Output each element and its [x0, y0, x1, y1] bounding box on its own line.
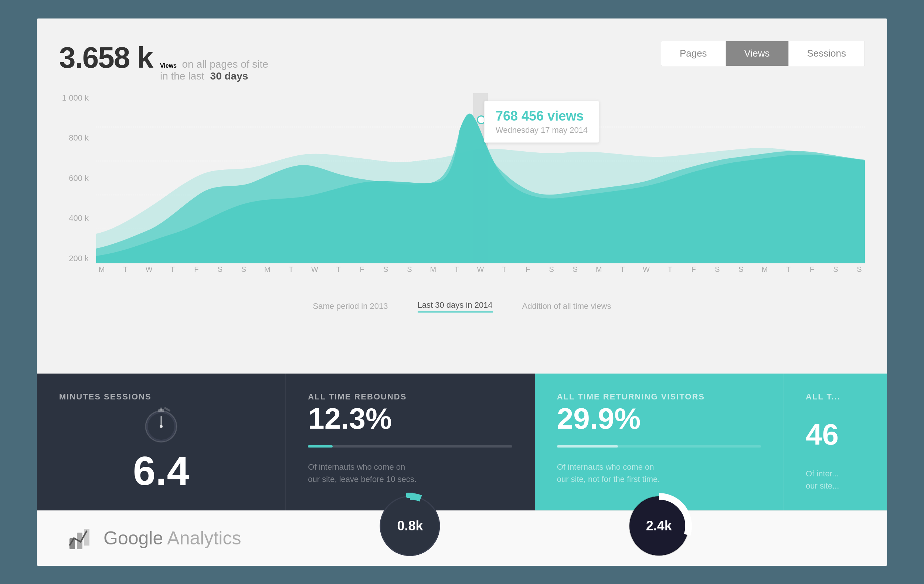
stat-minutes-label: MINUTES SESSIONS: [59, 392, 263, 402]
chart-area: 768 456 views Wednesday 17 may 2014: [96, 93, 865, 263]
x-label: W: [144, 265, 155, 274]
stat-returning-donut: 2.4k: [622, 489, 696, 563]
stopwatch-icon: [143, 402, 180, 443]
x-label: W: [309, 265, 320, 274]
chart-tooltip: 768 456 views Wednesday 17 may 2014: [484, 101, 599, 143]
x-label: M: [96, 265, 107, 274]
legend-alltime[interactable]: Addition of all time views: [522, 301, 611, 311]
x-label: T: [498, 265, 510, 274]
main-number: 3.658 k: [59, 41, 153, 75]
x-label: S: [214, 265, 226, 274]
stat-returning-label: ALL TIME RETURNING VISITORS: [557, 392, 761, 402]
x-label: W: [640, 265, 652, 274]
y-label-600k: 600 k: [59, 174, 89, 183]
chart-section: 3.658 k Views on all pages of site in th…: [37, 18, 887, 374]
stat-rebounds: ALL TIME REBOUNDS 12.3% Of internauts wh…: [286, 374, 535, 510]
y-axis: 200 k 400 k 600 k 800 k 1 000 k: [59, 93, 89, 263]
x-label: F: [807, 265, 818, 274]
stat-returning-donut-value: 2.4k: [646, 518, 672, 534]
stat-rebounds-donut-value: 0.8k: [397, 518, 423, 534]
views-period: in the last 30 days: [160, 70, 268, 82]
x-label: M: [262, 265, 273, 274]
stat-rebounds-percent: 12.3%: [308, 402, 512, 436]
ga-logo-text: Google Analytics: [104, 528, 241, 549]
stat-minutes-value: 6.4: [133, 450, 190, 491]
x-label: W: [475, 265, 486, 274]
y-label-200k: 200 k: [59, 254, 89, 263]
chart-svg: [96, 93, 865, 263]
stat-rebounds-donut: 0.8k: [373, 489, 447, 563]
chart-legend: Same period in 2013 Last 30 days in 2014…: [59, 293, 865, 324]
stat-truncated-value: 46: [806, 418, 865, 452]
tab-views[interactable]: Views: [726, 41, 789, 66]
stat-rebounds-label: ALL TIME REBOUNDS: [308, 392, 512, 402]
tooltip-date: Wednesday 17 may 2014: [496, 126, 587, 135]
ga-logo-icon: [66, 525, 92, 551]
chart-header: 3.658 k Views on all pages of site in th…: [59, 41, 865, 82]
x-label: S: [854, 265, 865, 274]
stat-minutes: MINUTES SESSIONS 6.4: [37, 374, 286, 510]
stat-returning: ALL TIME RETURNING VISITORS 29.9% Of int…: [535, 374, 784, 510]
stat-truncated-label: ALL T...: [806, 392, 865, 402]
x-label: S: [404, 265, 415, 274]
svg-rect-9: [406, 493, 414, 498]
x-label: T: [167, 265, 178, 274]
x-label: F: [191, 265, 202, 274]
x-label: F: [356, 265, 368, 274]
x-label: T: [333, 265, 344, 274]
footer: Google Analytics: [37, 510, 887, 566]
main-stat: 3.658 k Views on all pages of site in th…: [59, 41, 268, 82]
stat-returning-sub: Of internauts who come on our site, not …: [557, 461, 668, 485]
x-label: T: [286, 265, 297, 274]
tooltip-value: 768 456 views: [496, 108, 587, 124]
y-label-1000k: 1 000 k: [59, 93, 89, 103]
main-description: Views on all pages of site in the last 3…: [160, 58, 268, 82]
tab-sessions[interactable]: Sessions: [789, 41, 865, 66]
x-label: S: [736, 265, 747, 274]
x-label: S: [546, 265, 557, 274]
x-label: T: [451, 265, 462, 274]
x-label: T: [120, 265, 131, 274]
y-label-400k: 400 k: [59, 213, 89, 223]
x-label: S: [380, 265, 391, 274]
x-label: S: [830, 265, 841, 274]
x-label: T: [783, 265, 794, 274]
svg-rect-3: [160, 408, 162, 410]
x-label: S: [238, 265, 249, 274]
stats-bar: MINUTES SESSIONS 6.4 ALL TIME REBOUNDS: [37, 374, 887, 510]
x-label: F: [522, 265, 533, 274]
stat-returning-bar: [557, 445, 761, 448]
x-label: M: [427, 265, 439, 274]
x-label: S: [569, 265, 581, 274]
tab-pages[interactable]: Pages: [661, 41, 726, 66]
chart-container: 200 k 400 k 600 k 800 k 1 000 k: [59, 93, 865, 293]
stat-returning-percent: 29.9%: [557, 402, 761, 436]
svg-point-5: [160, 425, 163, 428]
x-axis: M T W T F S S M T W T F S S M T W T F S: [96, 265, 865, 274]
x-label: M: [593, 265, 604, 274]
stat-truncated-sub: Of inter...our site...: [806, 468, 865, 492]
x-label: M: [759, 265, 770, 274]
y-label-800k: 800 k: [59, 133, 89, 143]
views-label: Views on all pages of site: [160, 58, 268, 70]
stat-rebounds-bar: [308, 445, 512, 448]
stat-returning-bar-fill: [557, 445, 618, 448]
stat-rebounds-bar-fill: [308, 445, 332, 448]
legend-label-2013: Same period in 2013: [313, 301, 388, 311]
stat-rebounds-sub: Of internauts who come on our site, leav…: [308, 461, 419, 485]
legend-label-2014: Last 30 days in 2014: [417, 300, 493, 310]
tab-buttons: Pages Views Sessions: [661, 41, 865, 66]
x-label: S: [712, 265, 723, 274]
x-label: F: [688, 265, 699, 274]
legend-2014[interactable]: Last 30 days in 2014: [417, 300, 493, 313]
x-label: T: [665, 265, 676, 274]
stat-truncated: ALL T... 46 Of inter...our site...: [784, 374, 887, 510]
legend-2013[interactable]: Same period in 2013: [313, 301, 388, 311]
legend-label-alltime: Addition of all time views: [522, 301, 611, 311]
x-label: T: [617, 265, 628, 274]
dashboard: 3.658 k Views on all pages of site in th…: [37, 18, 887, 566]
